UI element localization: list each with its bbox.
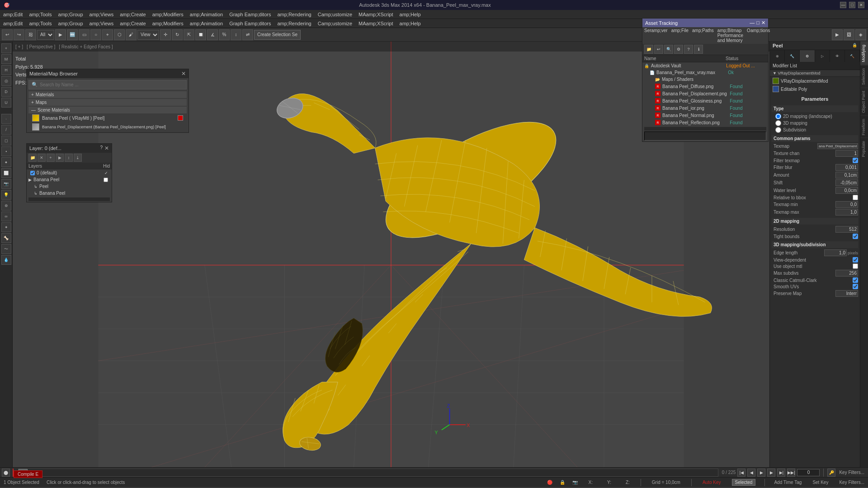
menu-edit[interactable]: amp;Edit <box>2 11 24 18</box>
display-tab[interactable]: 👁 <box>830 50 845 62</box>
paint-select-button[interactable]: 🖌 <box>126 29 137 40</box>
menu-group[interactable]: amp;Group <box>57 11 85 18</box>
move-button[interactable]: ✛ <box>160 29 171 40</box>
layer-scrollbar[interactable] <box>28 197 110 201</box>
asset-menu-paths[interactable]: amp;Paths <box>692 28 714 43</box>
menu-rendering[interactable]: amp;Rendering <box>276 11 312 18</box>
rotate-button[interactable]: ↻ <box>172 29 183 40</box>
anim-last-frame[interactable]: ▶▶| <box>787 469 795 477</box>
lt-cylinder[interactable]: ⬜ <box>1 168 11 178</box>
radio-subdiv[interactable]: Subdivision <box>775 127 858 133</box>
menu2-help[interactable]: amp;Help <box>398 20 422 27</box>
menu2-edit[interactable]: amp;Edit <box>2 20 24 27</box>
minimize-button[interactable]: — <box>840 2 846 8</box>
asset-info-btn[interactable]: ℹ <box>694 45 703 54</box>
menu-graph[interactable]: Graph Eamp;ditors <box>228 11 272 18</box>
asset-btn3[interactable]: 🔍 <box>664 45 673 54</box>
preserve-map-input[interactable] <box>835 290 858 297</box>
asset-scrollbar[interactable] <box>644 127 766 131</box>
filter-texmap-checkbox[interactable] <box>853 158 858 163</box>
layer-item-peel[interactable]: ↳ Peel <box>27 183 112 190</box>
utils-tab[interactable]: 🔨 <box>845 50 860 62</box>
layer-help-button[interactable]: ? <box>100 145 103 151</box>
layer-default-checkbox[interactable] <box>30 171 35 175</box>
asset-btn1[interactable]: 📁 <box>644 45 653 54</box>
menu-views[interactable]: amp;Views <box>88 11 115 18</box>
menu2-create[interactable]: amp;Create <box>118 20 147 27</box>
materials-section-header[interactable]: + Materials <box>28 91 187 98</box>
lt-bone[interactable]: 🦴 <box>1 233 11 243</box>
asset-menu-options[interactable]: Oamp;tions <box>747 28 770 43</box>
key-filters-status[interactable]: Key Filters... <box>839 480 864 485</box>
anim-key-btn[interactable]: ⬤ <box>2 469 10 477</box>
menu2-views[interactable]: amp;Views <box>88 20 115 27</box>
asset-btn2[interactable]: ↩ <box>654 45 663 54</box>
menu2-tools[interactable]: amp;Tools <box>28 20 53 27</box>
mat-item-banana-peel[interactable]: Banana Peel ( VRayMtl ) [Peel] <box>28 113 187 122</box>
layer-item-banana-peel[interactable]: ▶ Banana Peel <box>27 176 112 183</box>
classic-catmull-checkbox[interactable] <box>853 277 858 283</box>
tab-object-paint[interactable]: Object Paint <box>860 88 868 116</box>
menu-animation[interactable]: amp;Animation <box>189 11 224 18</box>
right-panel-lock[interactable]: 🔒 <box>852 43 857 48</box>
tab-populate[interactable]: Populate <box>860 138 868 160</box>
layer-panel-close[interactable]: ✕ <box>104 145 109 151</box>
select-name-button[interactable]: 🔤 <box>67 29 78 40</box>
radio-subdiv-input[interactable] <box>775 127 781 133</box>
mat-browser-close[interactable]: ✕ <box>181 70 186 77</box>
modify-tab[interactable]: 🔧 <box>785 50 800 62</box>
lt-line[interactable]: / <box>1 125 11 135</box>
menu2-maxscript[interactable]: MAamp;XScript <box>357 20 394 27</box>
asset-row-normal[interactable]: R Banana Peel_Normal.png Found <box>653 112 768 119</box>
time-slider[interactable] <box>18 469 718 477</box>
create-tab[interactable]: ⊕ <box>770 50 785 62</box>
lt-modify[interactable]: M <box>1 54 11 64</box>
modifier-vray[interactable]: VRayDisplacementMod <box>770 77 860 85</box>
fence-select-button[interactable]: ⬡ <box>114 29 125 40</box>
edge-length-input[interactable] <box>824 249 847 256</box>
radio-3d[interactable]: 3D mapping <box>775 120 858 126</box>
texmap-input[interactable] <box>817 143 858 149</box>
lt-camera[interactable]: 📷 <box>1 179 11 189</box>
layer-item-default[interactable]: 0 (default) ✓ <box>27 169 112 176</box>
menu-help[interactable]: amp;Help <box>398 11 422 18</box>
lt-motion[interactable]: ◎ <box>1 76 11 86</box>
lasso-select-button[interactable]: ⌖ <box>102 29 113 40</box>
close-button[interactable]: ✕ <box>858 2 864 8</box>
texmap-max-input[interactable] <box>835 209 858 216</box>
amount-input[interactable] <box>835 172 858 178</box>
create-selection-button[interactable]: Create Selection Se <box>254 30 301 40</box>
mat-item-displacement[interactable]: Banana Peel_Displacement (Banana Peel_Di… <box>28 122 187 131</box>
spinner-snap-button[interactable]: ↕ <box>231 29 241 40</box>
asset-minimize-btn[interactable]: — <box>750 20 755 26</box>
search-input[interactable] <box>40 82 184 87</box>
view-select[interactable]: View <box>137 30 159 40</box>
asset-menu-bitmap[interactable]: amp;Bitmap Performance and Memory <box>717 28 743 43</box>
lt-point[interactable]: · <box>1 114 11 124</box>
radio-2d[interactable]: 2D mapping (landscape) <box>775 113 858 119</box>
mode-select[interactable]: All <box>37 30 54 40</box>
window-controls[interactable]: — □ ✕ <box>840 2 864 8</box>
asset-row-max-file[interactable]: 📄 Banana_Peel_max_vray.max Ok <box>648 69 768 76</box>
layer-add-btn[interactable]: + <box>47 154 55 162</box>
maps-section-header[interactable]: + Maps <box>28 99 187 106</box>
lt-particle[interactable]: ✦ <box>1 222 11 232</box>
asset-menu-server[interactable]: Seramp;ver <box>644 28 668 43</box>
maximize-button[interactable]: □ <box>849 2 855 8</box>
current-frame-input[interactable] <box>797 469 820 476</box>
snap-button[interactable]: 🔲 <box>195 29 206 40</box>
tight-bounds-checkbox[interactable] <box>853 234 858 239</box>
motion-tab[interactable]: ▷ <box>815 50 830 62</box>
mirror-button[interactable]: ⇌ <box>242 29 253 40</box>
anim-prev-key[interactable]: |◀ <box>737 469 745 477</box>
layer-expand-banana[interactable]: ▶ <box>28 178 32 182</box>
asset-row-maps-folder[interactable]: 📂 Maps / Shaders <box>653 76 768 83</box>
anim-next-frame[interactable]: ▶ <box>767 469 775 477</box>
texmap-min-input[interactable] <box>835 201 858 208</box>
radio-2d-input[interactable] <box>775 113 781 119</box>
lt-fluid[interactable]: 💧 <box>1 255 11 265</box>
asset-row-ior[interactable]: R Banana Peel_ior.png Found <box>653 104 768 112</box>
menu-create[interactable]: amp;Create <box>118 11 147 18</box>
lt-utilities[interactable]: U <box>1 98 11 108</box>
anim-prev-frame[interactable]: ◀ <box>747 469 755 477</box>
